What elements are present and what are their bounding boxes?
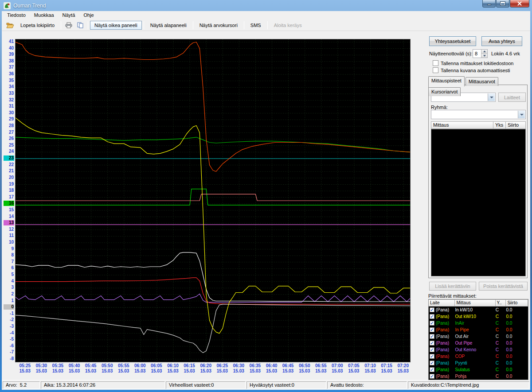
toggle-right-panel-button[interactable]: Näytä oikea paneeli (90, 21, 142, 30)
measurement-cell: Pyynti (455, 361, 495, 365)
maximize-button[interactable] (496, 0, 509, 8)
measurement-checkbox[interactable]: ✓ (430, 367, 434, 372)
y-axis-label: 38 (4, 58, 14, 64)
y-axis-label: 12 (4, 227, 14, 232)
minimize-button[interactable] (482, 0, 496, 8)
device-cell: (Pana) (436, 374, 449, 379)
toolbar-separator (88, 21, 88, 29)
menu-nayta[interactable]: Näytä (59, 11, 79, 19)
copy-button[interactable] (74, 20, 86, 30)
y-axis-label: 29 (4, 116, 14, 122)
y-axis-label: 15 (4, 207, 14, 213)
check-icon: ✓ (430, 361, 434, 365)
open-connection-button[interactable]: Avaa yhteys (481, 36, 522, 46)
x-axis-label: 06:2015.03 (198, 363, 213, 374)
y-axis-label: -2 (4, 317, 14, 322)
stop-logging-button[interactable]: Lopeta lokipiirto (16, 21, 59, 30)
measurement-checkbox[interactable]: ✓ (430, 314, 434, 319)
tab-kursoriarvot[interactable]: Kursoriarvot (428, 87, 461, 96)
y-axis-labels: -8-7-6-5-4-3-2-1012345678910111213141516… (4, 39, 15, 367)
measurement-checkbox[interactable]: ✓ (430, 307, 434, 312)
plotted-measurement-row[interactable]: ✓(Pana)COPC0.0 (429, 353, 528, 360)
measurement-cell: In kW/10 (455, 307, 495, 312)
x-axis-label: 06:4015.03 (264, 363, 279, 374)
dropdown-arrow-icon[interactable] (488, 93, 495, 101)
plotted-measurement-row[interactable]: ✓(Pana)SulatusC0.0 (429, 366, 528, 373)
toggle-value-cursor-button[interactable]: Näytä arvokursori (195, 21, 242, 30)
x-axis-label: 05:4015.03 (67, 363, 82, 374)
unit-cell: C (496, 307, 506, 312)
titlebar[interactable]: Ouman Trend (0, 0, 532, 11)
y-axis-label: 34 (4, 84, 14, 89)
y-axis-label: 24 (4, 149, 14, 154)
plot-area[interactable] (15, 39, 411, 362)
open-file-button[interactable] (4, 20, 16, 30)
y-axis-label: 5 (4, 272, 14, 277)
group-combobox[interactable] (431, 110, 526, 119)
device-cell: (Pana) (436, 367, 449, 372)
plotted-measurement-row[interactable]: ✓(Pana)Out KennoC0.0 (429, 346, 528, 353)
measurement-cell: Out kW/10 (455, 314, 495, 319)
measurement-checkbox[interactable]: ✓ (430, 374, 434, 379)
right-panel: Yhteysasetukset Avaa yhteys Näytteenotto… (425, 31, 530, 380)
measurement-checkbox[interactable]: ✓ (430, 341, 434, 345)
measurement-checkbox[interactable]: ✓ (430, 361, 434, 365)
x-axis-label: 06:5015.03 (297, 363, 312, 374)
col-siirto[interactable]: Siirto (506, 299, 528, 307)
col-laite[interactable]: Laite (429, 299, 455, 307)
spinner-down-icon[interactable] (481, 54, 487, 58)
col-yks[interactable]: Yks (493, 121, 506, 129)
connection-settings-button[interactable]: Yhteysasetukset (429, 36, 476, 46)
measurement-checkbox[interactable]: ✓ (430, 327, 434, 332)
window-title: Ouman Trend (13, 3, 46, 9)
sample-interval-spinner[interactable]: 8 (473, 49, 488, 58)
measurement-checkbox[interactable]: ✓ (430, 321, 434, 326)
measurement-cell: InAir (455, 321, 495, 326)
measurement-checkbox[interactable]: ✓ (430, 354, 434, 359)
spinner-up-icon[interactable] (481, 50, 487, 54)
plotted-measurement-row[interactable]: ✓(Pana)In PipeC0.0 (429, 326, 528, 333)
sms-button[interactable]: SMS (246, 21, 266, 30)
print-button[interactable] (63, 20, 74, 30)
plotted-measurement-row[interactable]: ✓(Pana)PyyntiC0.0 (429, 360, 528, 366)
col-mittaus[interactable]: Mittaus (431, 121, 493, 129)
close-button[interactable] (510, 0, 529, 8)
col-mittaus[interactable]: Mittaus (455, 299, 495, 307)
shift-cell: 0.0 (506, 321, 528, 326)
menu-tiedosto[interactable]: Tiedosto (4, 11, 29, 19)
start-collection-button: Aloita keräys (270, 21, 306, 30)
measurement-checkbox[interactable]: ✓ (430, 347, 434, 352)
menu-ohje[interactable]: Ohje (80, 11, 97, 19)
plotted-measurement-row[interactable]: ✓(Pana)Out AirC0.0 (429, 333, 528, 340)
plotted-measurement-row[interactable]: ✓(Pana)Out kW/10C0.0 (429, 313, 528, 320)
save-image-checkbox[interactable] (433, 67, 438, 73)
save-log-checkbox[interactable] (433, 60, 438, 66)
menu-muokkaa[interactable]: Muokkaa (31, 11, 58, 19)
y-axis-label: -6 (4, 343, 14, 349)
y-axis-label: 22 (4, 162, 14, 167)
dropdown-arrow-icon[interactable] (518, 111, 525, 118)
shift-cell: 0.0 (506, 334, 528, 339)
measurement-list[interactable] (431, 129, 526, 276)
unit-cell: C (496, 361, 506, 365)
col-siirto[interactable]: Siirto (506, 121, 526, 129)
plotted-measurement-row[interactable]: ✓(Pana)Out PipeC0.0 (429, 340, 528, 346)
y-axis-label: 3 (4, 285, 14, 290)
y-axis-label: 41 (4, 39, 14, 44)
device-cell: (Pana) (436, 341, 449, 345)
tab-mittausarvot[interactable]: Mittausarvot (466, 77, 498, 86)
check-icon: ✓ (430, 341, 434, 345)
toggle-bottom-panel-button[interactable]: Näytä alapaneeli (146, 21, 191, 30)
measurement-checkbox[interactable]: ✓ (430, 334, 434, 339)
printer-icon (65, 22, 72, 28)
plotted-measurement-row[interactable]: ✓(Pana)PohjaC0.0 (429, 373, 528, 380)
tab-mittauspisteet[interactable]: Mittauspisteet (428, 76, 465, 86)
plotted-measurement-row[interactable]: ✓(Pana)In kW/10C0.0 (429, 307, 528, 313)
save-image-label: Tallenna kuvana automaattisesti (441, 68, 510, 73)
x-axis-label: 07:2015.03 (395, 363, 411, 374)
y-axis-label: 21 (4, 168, 14, 174)
copy-icon (77, 22, 83, 28)
plotted-measurement-row[interactable]: ✓(Pana)InAirC0.0 (429, 320, 528, 326)
measurement-cell: Out Air (455, 334, 495, 339)
col-y[interactable]: Y.. (496, 299, 506, 307)
